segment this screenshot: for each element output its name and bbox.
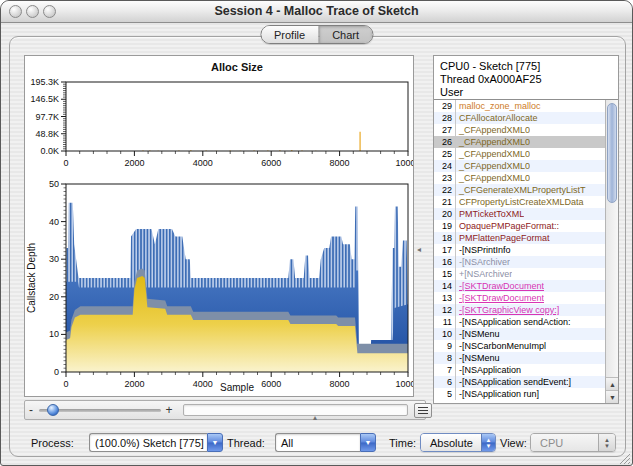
- row-number: 12: [434, 304, 456, 316]
- list-item[interactable]: 27_CFAppendXML0: [434, 124, 605, 136]
- row-number: 26: [434, 136, 456, 148]
- zoom-button[interactable]: [43, 5, 56, 18]
- list-item[interactable]: 23_CFAppendXML0: [434, 172, 605, 184]
- svg-text:10000: 10000: [395, 379, 413, 389]
- scroll-up-icon[interactable]: ▲: [606, 377, 618, 390]
- list-item[interactable]: 17-[NSPrintInfo: [434, 244, 605, 256]
- resize-grip[interactable]: [617, 451, 630, 464]
- scrollbar-thumb[interactable]: [607, 103, 617, 203]
- list-item[interactable]: 21CFPropertyListCreateXMLData: [434, 196, 605, 208]
- row-label: +[NSArchiver: [456, 268, 512, 280]
- content-groupbox: Alloc Size0.0K48.8K97.7K146.5K195.3K0200…: [9, 36, 626, 457]
- scroll-down-icon[interactable]: ▼: [606, 390, 618, 403]
- chevron-down-icon[interactable]: ▼: [360, 433, 376, 452]
- list-item[interactable]: 24_CFAppendXML0: [434, 160, 605, 172]
- inspector-process: CPU0 - Sketch [775]: [440, 60, 612, 73]
- row-label: _CFGenerateXMLPropertyListT: [456, 184, 586, 196]
- list-item[interactable]: 6-[NSApplication sendEvent:]: [434, 376, 605, 388]
- process-label: Process:: [31, 437, 74, 449]
- row-label: -[NSArchiver: [456, 256, 510, 268]
- list-item[interactable]: 9-[NSCarbonMenuImpl: [434, 340, 605, 352]
- close-button[interactable]: [9, 5, 22, 18]
- row-number: 13: [434, 292, 456, 304]
- svg-text:0: 0: [54, 367, 59, 377]
- row-label: -[NSApplication sendAction:: [456, 316, 571, 328]
- thread-value: All: [275, 433, 360, 452]
- list-item[interactable]: 28CFAllocatorAllocate: [434, 112, 605, 124]
- list-item[interactable]: 12-[SKTGraphicView copy:]: [434, 304, 605, 316]
- process-combobox[interactable]: (100.0%) Sketch [775] ▼: [89, 433, 224, 452]
- svg-text:30: 30: [49, 254, 59, 264]
- list-item[interactable]: 19OpaquePMPageFormat::: [434, 220, 605, 232]
- row-label: -[SKTDrawDocument: [456, 280, 544, 292]
- list-item[interactable]: 16-[NSArchiver: [434, 256, 605, 268]
- row-number: 23: [434, 172, 456, 184]
- row-label: CFAllocatorAllocate: [456, 112, 538, 124]
- process-value: (100.0%) Sketch [775]: [89, 433, 207, 452]
- stepper-down-icon: ▼: [604, 443, 610, 449]
- row-number: 5: [434, 388, 456, 400]
- svg-text:2000: 2000: [124, 379, 144, 389]
- tab-chart[interactable]: Chart: [318, 26, 372, 43]
- view-value: CPU: [531, 434, 598, 451]
- thread-label: Thread:: [227, 437, 265, 449]
- time-label: Time:: [389, 437, 416, 449]
- row-number: 9: [434, 340, 456, 352]
- list-item[interactable]: 29malloc_zone_malloc: [434, 100, 605, 112]
- svg-text:48.8K: 48.8K: [35, 129, 59, 139]
- svg-text:10: 10: [49, 329, 59, 339]
- splitter-collapse-left-icon[interactable]: ◂: [417, 245, 421, 254]
- thread-combobox[interactable]: All ▼: [275, 433, 377, 452]
- svg-text:97.7K: 97.7K: [35, 112, 59, 122]
- row-label: _CFAppendXML0: [456, 172, 530, 184]
- list-item[interactable]: 22_CFGenerateXMLPropertyListT: [434, 184, 605, 196]
- row-label: PMTicketToXML: [456, 208, 524, 220]
- inspector-user: User: [440, 86, 612, 99]
- list-item[interactable]: 11-[NSApplication sendAction:: [434, 316, 605, 328]
- svg-text:0: 0: [63, 158, 68, 168]
- tab-profile[interactable]: Profile: [261, 26, 318, 43]
- splitter-collapse-up-icon[interactable]: ▴: [313, 413, 317, 422]
- callstack-depth-chart[interactable]: 010203040500200040006000800010000SampleC…: [25, 180, 413, 397]
- row-label: -[SKTGraphicView copy:]: [456, 304, 559, 316]
- list-item[interactable]: 25_CFAppendXML0: [434, 148, 605, 160]
- list-item[interactable]: 20PMTicketToXML: [434, 208, 605, 220]
- svg-text:Sample: Sample: [220, 382, 254, 393]
- row-number: 29: [434, 100, 456, 112]
- row-label: _CFAppendXML0: [456, 124, 530, 136]
- svg-text:0.0K: 0.0K: [40, 146, 59, 156]
- row-number: 10: [434, 328, 456, 340]
- chart-panel[interactable]: Alloc Size0.0K48.8K97.7K146.5K195.3K0200…: [24, 55, 414, 397]
- view-popup[interactable]: CPU ▲ ▼: [530, 433, 616, 452]
- list-item[interactable]: 13-[SKTDrawDocument: [434, 292, 605, 304]
- time-popup[interactable]: Absolute ▲ ▼: [420, 433, 496, 452]
- stepper-icon[interactable]: ▲ ▼: [481, 434, 495, 451]
- list-item[interactable]: 10-[NSMenu: [434, 328, 605, 340]
- list-item[interactable]: 15+[NSArchiver: [434, 268, 605, 280]
- list-scrollbar[interactable]: ▲ ▼: [605, 100, 618, 403]
- svg-text:0: 0: [63, 379, 68, 389]
- list-item[interactable]: 18PMFlattenPageFormat: [434, 232, 605, 244]
- list-lines-icon[interactable]: [414, 403, 432, 418]
- row-number: 16: [434, 256, 456, 268]
- row-label: _CFAppendXML0: [456, 148, 530, 160]
- minimize-button[interactable]: [26, 5, 39, 18]
- svg-text:195.3K: 195.3K: [30, 77, 59, 87]
- row-number: 6: [434, 376, 456, 388]
- list-item[interactable]: 5-[NSApplication run]: [434, 388, 605, 400]
- row-label: -[NSMenu: [456, 352, 500, 364]
- alloc-size-chart[interactable]: Alloc Size0.0K48.8K97.7K146.5K195.3K0200…: [25, 58, 413, 182]
- list-item[interactable]: 7-[NSApplication: [434, 364, 605, 376]
- list-item[interactable]: 8-[NSMenu: [434, 352, 605, 364]
- zoom-slider-thumb[interactable]: [47, 404, 59, 416]
- svg-text:8000: 8000: [330, 379, 350, 389]
- horizontal-scroll-track[interactable]: [183, 404, 408, 416]
- zoom-in-label: +: [163, 403, 175, 417]
- stepper-icon[interactable]: ▲ ▼: [598, 434, 615, 451]
- list-item[interactable]: 26_CFAppendXML0: [434, 136, 605, 148]
- chevron-down-icon[interactable]: ▼: [207, 433, 223, 452]
- row-number: 20: [434, 208, 456, 220]
- zoom-slider[interactable]: [39, 409, 161, 412]
- row-number: 7: [434, 364, 456, 376]
- list-item[interactable]: 14-[SKTDrawDocument: [434, 280, 605, 292]
